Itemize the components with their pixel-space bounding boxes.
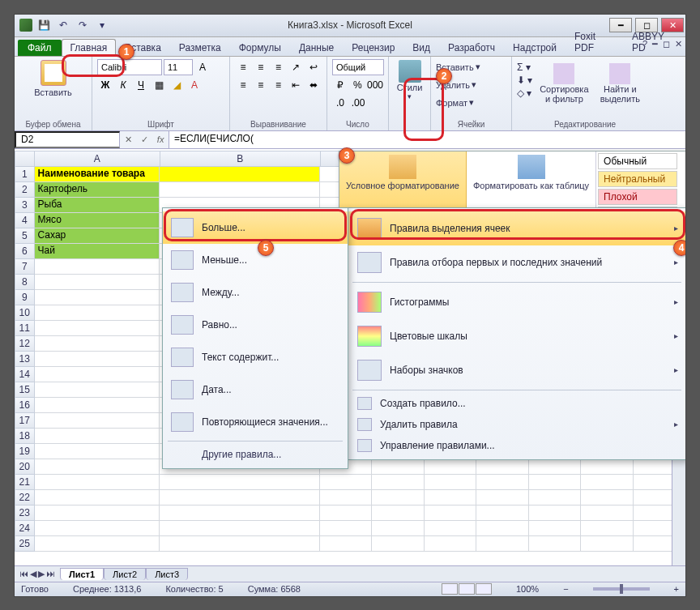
cell[interactable] (35, 336, 160, 352)
autosum-icon[interactable]: Σ ▾ (517, 62, 532, 73)
cf-top-bottom-rules[interactable]: Правила отбора первых и последних значен… (348, 245, 686, 279)
cell[interactable] (35, 521, 160, 536)
cell[interactable] (320, 475, 372, 490)
view-layout-icon[interactable] (459, 583, 475, 595)
currency-icon[interactable]: ₽ (332, 77, 348, 93)
doc-minimize-icon[interactable]: ━ (652, 39, 658, 49)
cell[interactable] (476, 521, 528, 536)
cell[interactable] (35, 490, 160, 505)
row-header[interactable]: 4 (15, 213, 35, 228)
fill-icon[interactable]: ⬇ ▾ (517, 75, 532, 86)
cell[interactable] (581, 536, 633, 552)
row-header[interactable]: 3 (15, 198, 35, 213)
rule-between[interactable]: Между... (163, 276, 348, 309)
cf-clear-rules[interactable]: Удалить правила▸ (348, 414, 686, 435)
row-header[interactable]: 15 (15, 382, 35, 398)
zoom-out-icon[interactable]: − (563, 584, 568, 594)
select-all-corner[interactable] (15, 151, 35, 167)
cell[interactable]: Наименование товара (35, 167, 160, 182)
cell[interactable]: Мясо (35, 213, 160, 228)
tab-view[interactable]: Вид (403, 39, 439, 56)
col-header[interactable]: B (160, 151, 321, 167)
cell[interactable] (529, 490, 581, 505)
font-name-combo[interactable] (97, 59, 162, 75)
cell[interactable] (35, 290, 160, 305)
cell[interactable] (320, 536, 372, 552)
cell[interactable] (529, 536, 581, 552)
cell[interactable] (35, 305, 160, 321)
align-center-icon[interactable]: ≡ (253, 77, 269, 93)
row-header[interactable]: 16 (15, 398, 35, 413)
tab-formulas[interactable]: Формулы (230, 39, 290, 56)
row-header[interactable]: 2 (15, 182, 35, 198)
row-header[interactable]: 14 (15, 367, 35, 382)
cell[interactable] (476, 536, 528, 552)
tab-home[interactable]: Главная (62, 39, 117, 56)
rule-equal-to[interactable]: Равно... (163, 309, 348, 341)
row-header[interactable]: 1 (15, 167, 35, 182)
paste-button[interactable]: Вставить (19, 58, 87, 99)
cell[interactable] (160, 475, 320, 490)
style-neutral[interactable]: Нейтральный (598, 171, 677, 187)
comma-icon[interactable]: 000 (367, 77, 383, 93)
cell[interactable] (320, 521, 372, 536)
cell[interactable]: Чай (35, 244, 160, 259)
percent-icon[interactable]: % (350, 77, 366, 93)
tab-layout[interactable]: Разметка (170, 39, 230, 56)
cell[interactable] (35, 275, 160, 290)
doc-restore-icon[interactable]: ◻ (663, 39, 670, 49)
formula-input[interactable]: =ЕСЛИ(ЕЧИСЛО( (169, 131, 685, 148)
inc-decimal-icon[interactable]: .0 (332, 95, 348, 111)
cell[interactable] (160, 505, 320, 521)
qat-undo-icon[interactable]: ↶ (55, 17, 71, 33)
tab-file[interactable]: Файл (18, 40, 62, 56)
cell[interactable] (529, 475, 581, 490)
cell[interactable] (372, 505, 424, 521)
qat-save-icon[interactable]: 💾 (36, 17, 52, 33)
cell[interactable] (35, 398, 160, 413)
cells-format[interactable]: Формат (436, 98, 467, 108)
doc-close-icon[interactable]: ✕ (675, 39, 682, 49)
fbar-fx-icon[interactable]: fx (157, 134, 164, 144)
view-normal-icon[interactable] (442, 583, 458, 595)
grow-font-icon[interactable]: A (194, 59, 211, 75)
rule-more-rules[interactable]: Другие правила... (163, 444, 348, 465)
row-header[interactable]: 9 (15, 290, 35, 305)
row-header[interactable]: 19 (15, 444, 35, 459)
fill-color-icon[interactable]: ◢ (169, 77, 185, 93)
cell[interactable] (581, 459, 633, 475)
cell[interactable] (35, 536, 160, 552)
zoom-level[interactable]: 100% (516, 584, 539, 594)
style-normal[interactable]: Обычный (598, 153, 677, 169)
ribbon-help-icon[interactable]: ? (642, 39, 647, 49)
cell[interactable] (35, 459, 160, 475)
sheet-tab-3[interactable]: Лист3 (146, 568, 188, 580)
cell[interactable] (372, 490, 424, 505)
row-header[interactable]: 21 (15, 475, 35, 490)
cell[interactable] (425, 505, 476, 521)
align-top-icon[interactable]: ≡ (235, 59, 251, 75)
fbar-cancel-icon[interactable]: ✕ (125, 134, 132, 145)
cell[interactable] (35, 444, 160, 459)
row-header[interactable]: 10 (15, 305, 35, 321)
cell[interactable] (581, 521, 633, 536)
qat-more-icon[interactable]: ▾ (94, 17, 110, 33)
merge-icon[interactable]: ⬌ (305, 77, 322, 93)
cell[interactable] (160, 490, 320, 505)
rule-text-contains[interactable]: Текст содержит... (163, 341, 348, 373)
rule-greater-than[interactable]: Больше... (163, 211, 348, 244)
name-box[interactable] (15, 131, 120, 148)
qat-redo-icon[interactable]: ↷ (75, 17, 91, 33)
row-header[interactable]: 17 (15, 413, 35, 429)
sheet-tab-2[interactable]: Лист2 (104, 568, 146, 580)
cell[interactable] (425, 536, 476, 552)
cell[interactable] (425, 459, 476, 475)
cf-icon-sets[interactable]: Наборы значков▸ (348, 353, 686, 387)
cell[interactable] (35, 352, 160, 367)
font-color-icon[interactable]: A (186, 77, 203, 93)
view-break-icon[interactable] (476, 583, 492, 595)
sort-filter-button[interactable]: Сортировка и фильтр (537, 62, 591, 105)
cell[interactable] (581, 490, 633, 505)
align-bot-icon[interactable]: ≡ (271, 59, 287, 75)
cell[interactable] (372, 521, 424, 536)
